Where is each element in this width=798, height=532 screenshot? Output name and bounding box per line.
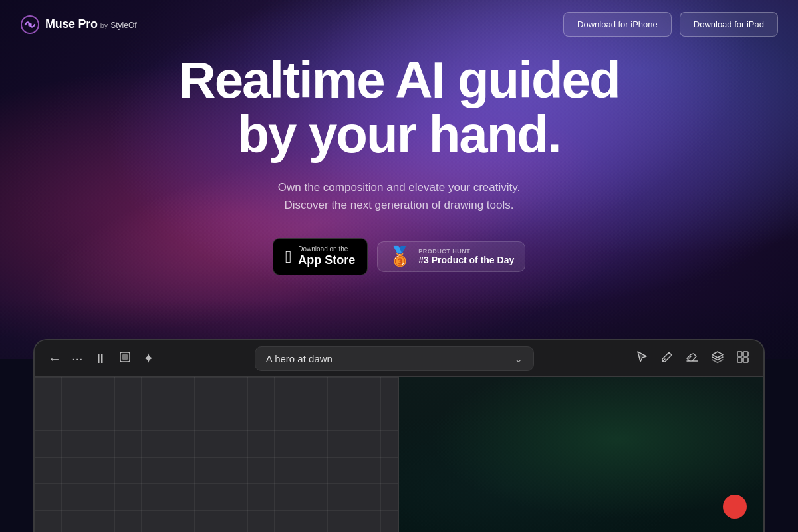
- layers-icon[interactable]: [118, 350, 132, 368]
- hero-subtitle: Own the composition and elevate your cre…: [278, 178, 520, 214]
- eraser-tool-icon[interactable]: [685, 350, 700, 368]
- ph-title: #3 Product of the Day: [418, 255, 514, 265]
- pen-tool-icon[interactable]: [660, 350, 674, 368]
- svg-point-1: [28, 23, 32, 27]
- ph-label: Product Hunt: [418, 248, 470, 255]
- appstore-large-label: App Store: [298, 253, 355, 268]
- download-iphone-button[interactable]: Download for iPhone: [563, 12, 672, 37]
- cta-buttons:  Download on the App Store 🥉 Product Hu…: [273, 238, 525, 275]
- hero-title-line1: Realtime AI guided: [178, 51, 619, 109]
- logo-icon: [20, 15, 40, 35]
- logo: Muse Pro by StyleOf: [20, 15, 137, 35]
- svg-rect-7: [743, 358, 748, 362]
- canvas-right-bg: [399, 377, 763, 532]
- canvas-right: [399, 377, 763, 532]
- pause-icon[interactable]: ⏸: [94, 351, 107, 366]
- svg-rect-4: [737, 352, 742, 356]
- prompt-text: A hero at dawn: [266, 353, 507, 364]
- ipad-mockup: ← ··· ⏸ ✦ A hero at dawn ⌄: [33, 339, 765, 532]
- ph-text: Product Hunt #3 Product of the Day: [418, 248, 514, 265]
- transform-tool-icon[interactable]: [735, 350, 750, 368]
- ipad-toolbar: ← ··· ⏸ ✦ A hero at dawn ⌄: [35, 340, 763, 377]
- record-button[interactable]: [723, 495, 747, 519]
- hero-subtitle-line2: Discover the next generation of drawing …: [285, 199, 514, 211]
- device-area: ← ··· ⏸ ✦ A hero at dawn ⌄: [33, 339, 765, 532]
- apple-icon: : [285, 248, 292, 265]
- sparkle-icon[interactable]: ✦: [143, 350, 154, 366]
- download-ipad-button[interactable]: Download for iPad: [680, 12, 778, 37]
- toolbar-center: A hero at dawn ⌄: [154, 346, 634, 371]
- logo-brand: StyleOf: [110, 21, 136, 30]
- back-icon[interactable]: ←: [48, 351, 61, 366]
- svg-rect-3: [122, 354, 128, 360]
- nav-buttons: Download for iPhone Download for iPad: [563, 12, 778, 37]
- svg-rect-5: [743, 352, 748, 356]
- hero-title-line2: by your hand.: [237, 105, 560, 164]
- toolbar-left: ← ··· ⏸ ✦: [48, 350, 154, 368]
- appstore-small-label: Download on the: [298, 245, 348, 253]
- producthunt-badge[interactable]: 🥉 Product Hunt #3 Product of the Day: [377, 241, 525, 272]
- prompt-bar[interactable]: A hero at dawn ⌄: [255, 346, 534, 371]
- navbar: Muse Pro by StyleOf Download for iPhone …: [0, 0, 798, 49]
- logo-by: by: [100, 21, 108, 29]
- logo-main: Muse Pro: [45, 17, 98, 31]
- toolbar-right: [634, 350, 750, 368]
- canvas-grid: [35, 377, 398, 532]
- canvas-area: [35, 377, 763, 532]
- ph-medal-icon: 🥉: [388, 247, 412, 266]
- logo-text: Muse Pro by StyleOf: [45, 17, 137, 31]
- prompt-chevron-icon: ⌄: [514, 352, 523, 365]
- hero-title: Realtime AI guided by your hand.: [178, 53, 619, 162]
- hero-content: Realtime AI guided by your hand. Own the…: [0, 53, 798, 275]
- hero-subtitle-line1: Own the composition and elevate your cre…: [278, 181, 520, 194]
- svg-rect-6: [737, 358, 742, 362]
- more-icon[interactable]: ···: [72, 351, 83, 366]
- select-tool-icon[interactable]: [634, 350, 649, 368]
- canvas-left: [35, 377, 399, 532]
- appstore-text: Download on the App Store: [298, 245, 355, 268]
- appstore-button[interactable]:  Download on the App Store: [273, 238, 368, 275]
- layers-tool-icon[interactable]: [710, 350, 725, 368]
